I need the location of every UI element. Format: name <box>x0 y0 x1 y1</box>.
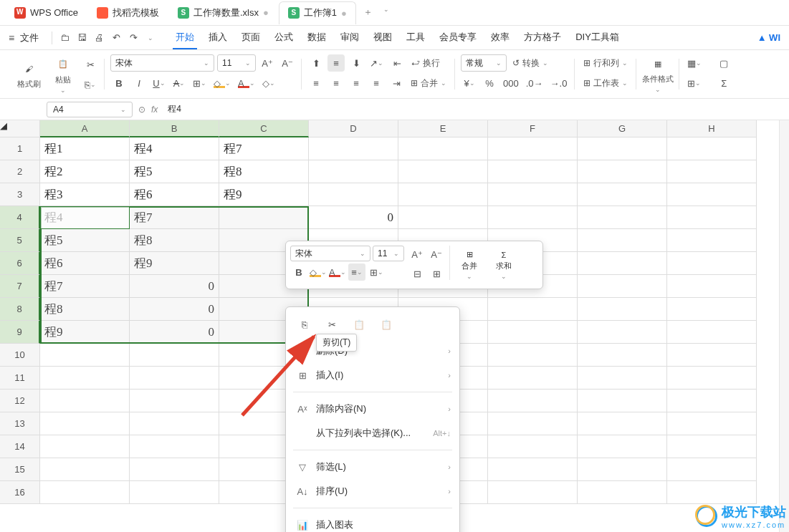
tab-diy[interactable]: DIY工具箱 <box>573 26 622 49</box>
row-header[interactable]: 2 <box>0 160 40 183</box>
tab-ff[interactable]: 方方格子 <box>521 26 564 49</box>
strikethrough-button[interactable]: A⌄ <box>171 74 188 92</box>
cell[interactable]: 程9 <box>130 252 219 275</box>
indent-inc-icon[interactable]: ⇥ <box>388 74 405 92</box>
cell[interactable] <box>667 183 757 206</box>
cond-format-button[interactable]: ▦ 条件格式⌄ <box>642 54 674 94</box>
cell[interactable]: 程6 <box>130 183 219 206</box>
convert-button[interactable]: ↺ 转换⌄ <box>510 54 551 72</box>
format-painter-button[interactable]: 🖌 格式刷 <box>13 54 44 95</box>
align-bottom-icon[interactable]: ⬇ <box>348 54 365 72</box>
indent-dec-icon[interactable]: ⇤ <box>388 54 406 72</box>
cell[interactable] <box>398 160 488 183</box>
mini-font-inc-icon[interactable]: A⁺ <box>408 246 426 263</box>
cell[interactable]: 程3 <box>40 183 130 206</box>
cell[interactable] <box>667 229 757 252</box>
save-icon[interactable]: 🖫 <box>74 30 90 46</box>
cell[interactable] <box>130 390 219 412</box>
row-header[interactable]: 4 <box>0 206 40 229</box>
comma-icon[interactable]: 000 <box>501 74 521 92</box>
mini-font-dec-icon[interactable]: A⁻ <box>428 246 445 263</box>
col-header[interactable]: F <box>488 120 578 137</box>
cell[interactable] <box>667 321 757 344</box>
font-color-button[interactable]: A⌄ <box>236 74 257 92</box>
col-header[interactable]: H <box>667 120 757 137</box>
copy-icon[interactable]: ⎘⌄ <box>82 76 99 93</box>
ctx-paste-special-icon[interactable]: 📋 <box>378 316 395 333</box>
styles-icon[interactable]: ▦⌄ <box>685 54 704 72</box>
ctx-paste-icon[interactable]: 📋 <box>350 316 368 333</box>
cell[interactable] <box>667 344 757 367</box>
ctx-insert[interactable]: ⊞ 插入(I) › <box>286 363 459 387</box>
redo-icon[interactable]: ↷ <box>125 30 141 46</box>
column-headers[interactable]: ABCDEFGH <box>40 120 779 137</box>
row-header[interactable]: 8 <box>0 298 40 321</box>
cell[interactable] <box>488 183 578 206</box>
tab-tools[interactable]: 工具 <box>403 26 428 49</box>
cell[interactable]: 0 <box>130 321 219 344</box>
workbook-tab-1[interactable]: S 工作簿数量.xlsx ● <box>169 1 277 24</box>
justify-icon[interactable]: ≡ <box>368 74 385 92</box>
cell[interactable]: 程4 <box>130 137 219 160</box>
cell[interactable] <box>309 160 398 183</box>
open-icon[interactable]: 🗀 <box>57 30 72 46</box>
name-box[interactable]: A4⌄ <box>47 102 133 117</box>
cell[interactable] <box>667 206 757 229</box>
col-header[interactable]: A <box>40 120 130 137</box>
mini-format-icon[interactable]: ⊞ <box>428 265 445 282</box>
align-top-icon[interactable]: ⬆ <box>307 54 325 72</box>
cell[interactable]: 程2 <box>40 160 130 183</box>
cell[interactable]: 程9 <box>219 183 309 206</box>
font-decrease-icon[interactable]: A⁻ <box>279 54 296 72</box>
cell[interactable] <box>667 298 757 321</box>
mini-merge-icon[interactable]: ⊟ <box>408 265 426 282</box>
cell[interactable] <box>130 481 219 504</box>
cell[interactable] <box>130 458 219 481</box>
cell[interactable] <box>667 435 757 458</box>
align-middle-icon[interactable]: ≡ <box>327 54 345 72</box>
ctx-insert-chart[interactable]: 📊 插入图表 <box>286 513 459 532</box>
currency-icon[interactable]: ¥⌄ <box>461 74 478 92</box>
cell[interactable]: 程8 <box>219 160 309 183</box>
mini-bold-button[interactable]: B <box>290 263 307 281</box>
row-header[interactable]: 15 <box>0 458 40 481</box>
cell[interactable] <box>40 390 130 412</box>
fill-color-button[interactable]: ◇⌄ <box>211 74 233 92</box>
cell[interactable] <box>130 367 219 390</box>
col-header[interactable]: B <box>130 120 219 137</box>
tab-page[interactable]: 页面 <box>239 26 263 49</box>
cell[interactable] <box>667 160 757 183</box>
cell[interactable]: 0 <box>309 206 398 229</box>
hamburger-icon[interactable]: ≡ <box>9 32 14 44</box>
tab-review[interactable]: 审阅 <box>338 26 362 49</box>
mini-border-button[interactable]: ⊞⌄ <box>368 263 385 281</box>
row-header[interactable]: 13 <box>0 412 40 435</box>
cell[interactable] <box>398 183 488 206</box>
row-header[interactable]: 10 <box>0 344 40 367</box>
border-button[interactable]: ⊞⌄ <box>191 74 209 92</box>
ctx-pick-from-dropdown[interactable]: 从下拉列表中选择(K)... Alt+↓ <box>286 421 459 445</box>
cell[interactable]: 0 <box>130 298 219 321</box>
undo-icon[interactable]: ↶ <box>108 30 124 46</box>
cell[interactable]: 程6 <box>40 252 130 275</box>
cell[interactable] <box>309 183 398 206</box>
cell[interactable] <box>578 344 667 367</box>
tab-view[interactable]: 视图 <box>370 26 395 49</box>
select-all-corner[interactable]: ◢ <box>0 120 40 137</box>
sum-icon[interactable]: ▢ <box>715 54 732 72</box>
cell[interactable] <box>667 412 757 435</box>
row-header[interactable]: 16 <box>0 481 40 504</box>
tab-vip[interactable]: 会员专享 <box>436 26 479 49</box>
font-increase-icon[interactable]: A⁺ <box>259 54 276 72</box>
tabs-overflow-button[interactable]: ⌄ <box>383 6 398 20</box>
row-header[interactable]: 11 <box>0 367 40 390</box>
cell[interactable] <box>40 435 130 458</box>
ctx-cut-icon[interactable]: ✂ <box>323 316 340 333</box>
tab-insert[interactable]: 插入 <box>206 26 230 49</box>
orientation-icon[interactable]: ↗⌄ <box>368 54 386 72</box>
dec-inc-icon[interactable]: .0→ <box>524 74 545 92</box>
col-header[interactable]: C <box>219 120 309 137</box>
tab-formula[interactable]: 公式 <box>272 26 296 49</box>
cell[interactable]: 程1 <box>40 137 130 160</box>
cell[interactable] <box>219 206 309 229</box>
